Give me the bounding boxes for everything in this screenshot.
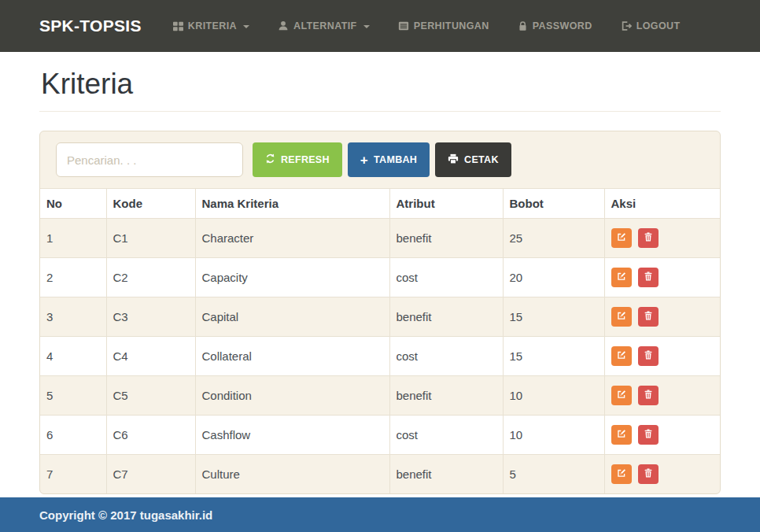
- table-row: 6 C6 Cashflow cost 10: [40, 416, 720, 455]
- edit-icon: [617, 429, 626, 441]
- delete-button[interactable]: [638, 346, 659, 366]
- tambah-button[interactable]: + TAMBAH: [348, 142, 430, 177]
- edit-button[interactable]: [611, 268, 632, 287]
- table-icon: [398, 20, 409, 31]
- cell-aksi: [604, 376, 720, 416]
- cell-bobot: 20: [503, 258, 604, 297]
- column-header-no: No: [40, 189, 106, 219]
- lock-icon: [518, 20, 528, 31]
- toolbar: REFRESH + TAMBAH CETAK: [40, 131, 720, 188]
- edit-icon: [617, 272, 626, 283]
- cell-atribut: benefit: [389, 219, 503, 258]
- edit-button[interactable]: [611, 425, 632, 445]
- nav-item-label: PERHITUNGAN: [414, 20, 489, 31]
- cell-no: 3: [40, 297, 106, 337]
- cell-aksi: [604, 258, 720, 297]
- delete-button[interactable]: [638, 464, 659, 484]
- cell-kode: C6: [106, 416, 195, 455]
- trash-icon: [644, 311, 653, 323]
- table-row: 2 C2 Capacity cost 20: [40, 258, 720, 297]
- edit-button[interactable]: [611, 386, 632, 405]
- page-title: Kriteria: [39, 68, 721, 112]
- cell-nama: Collateral: [195, 337, 389, 376]
- cell-kode: C3: [106, 297, 195, 337]
- cell-kode: C2: [106, 258, 195, 297]
- brand-logo[interactable]: SPK-TOPSIS: [39, 17, 142, 35]
- trash-icon: [644, 468, 653, 480]
- nav-item-label: KRITERIA: [188, 20, 237, 31]
- plus-icon: +: [360, 153, 368, 167]
- edit-button[interactable]: [611, 464, 632, 484]
- cell-kode: C4: [106, 337, 195, 376]
- column-header-atribut: Atribut: [389, 189, 503, 219]
- refresh-icon: [265, 153, 275, 166]
- cetak-button-label: CETAK: [464, 154, 499, 165]
- nav-item-perhitungan[interactable]: PERHITUNGAN: [398, 20, 489, 31]
- refresh-button-label: REFRESH: [281, 154, 330, 165]
- cell-kode: C5: [106, 376, 195, 416]
- refresh-button[interactable]: REFRESH: [253, 142, 342, 177]
- edit-button[interactable]: [611, 228, 632, 248]
- table-row: 3 C3 Capital benefit 15: [40, 297, 720, 337]
- table-row: 4 C4 Collateral cost 15: [40, 337, 720, 376]
- cell-aksi: [604, 337, 720, 376]
- tambah-button-label: TAMBAH: [374, 154, 417, 165]
- nav-item-kriteria[interactable]: KRITERIA: [173, 20, 249, 31]
- cell-no: 1: [40, 219, 106, 258]
- nav-item-label: PASSWORD: [533, 20, 592, 31]
- cell-atribut: benefit: [389, 297, 503, 337]
- trash-icon: [644, 232, 653, 244]
- column-header-bobot: Bobot: [503, 189, 604, 219]
- edit-icon: [617, 350, 626, 362]
- cell-no: 7: [40, 455, 106, 494]
- main-container: Kriteria REFRESH +: [39, 68, 721, 494]
- top-navbar: SPK-TOPSIS KRITERIA ALTERNATIF: [0, 0, 760, 52]
- cell-bobot: 10: [503, 416, 604, 455]
- nav-item-logout[interactable]: LOGOUT: [621, 20, 681, 31]
- trash-icon: [644, 429, 653, 441]
- kriteria-panel: REFRESH + TAMBAH CETAK: [39, 131, 721, 494]
- delete-button[interactable]: [638, 386, 659, 405]
- copyright-text: Copyright © 2017 tugasakhir.id: [39, 508, 212, 522]
- delete-button[interactable]: [638, 307, 659, 327]
- nav-item-alternatif[interactable]: ALTERNATIF: [278, 20, 370, 31]
- cetak-button[interactable]: CETAK: [435, 142, 511, 177]
- edit-icon: [617, 311, 626, 323]
- cell-aksi: [604, 219, 720, 258]
- cell-atribut: benefit: [389, 376, 503, 416]
- cell-aksi: [604, 416, 720, 455]
- delete-button[interactable]: [638, 228, 659, 248]
- chevron-down-icon: [363, 25, 370, 28]
- cell-bobot: 15: [503, 297, 604, 337]
- delete-button[interactable]: [638, 425, 659, 445]
- edit-icon: [617, 468, 626, 480]
- cell-kode: C7: [106, 455, 195, 494]
- logout-icon: [621, 20, 632, 31]
- search-input[interactable]: [56, 142, 243, 177]
- cell-bobot: 5: [503, 455, 604, 494]
- trash-icon: [644, 390, 653, 401]
- trash-icon: [644, 350, 653, 362]
- delete-button[interactable]: [638, 268, 659, 287]
- cell-atribut: cost: [389, 258, 503, 297]
- edit-button[interactable]: [611, 307, 632, 327]
- user-icon: [278, 20, 289, 31]
- cell-nama: Condition: [195, 376, 389, 416]
- kriteria-table: No Kode Nama Kriteria Atribut Bobot Aksi…: [40, 188, 720, 493]
- edit-button[interactable]: [611, 346, 632, 366]
- cell-bobot: 25: [503, 219, 604, 258]
- nav-item-label: ALTERNATIF: [293, 20, 357, 31]
- cell-nama: Capacity: [195, 258, 389, 297]
- cell-nama: Cashflow: [195, 416, 389, 455]
- edit-icon: [617, 390, 626, 401]
- footer: Copyright © 2017 tugasakhir.id: [0, 497, 760, 532]
- edit-icon: [617, 232, 626, 244]
- cell-atribut: cost: [389, 337, 503, 376]
- cell-aksi: [604, 297, 720, 337]
- print-icon: [448, 153, 459, 167]
- nav-item-password[interactable]: PASSWORD: [518, 20, 592, 31]
- cell-atribut: benefit: [389, 455, 503, 494]
- table-row: 1 C1 Character benefit 25: [40, 219, 720, 258]
- grid-icon: [173, 21, 183, 31]
- cell-bobot: 15: [503, 337, 604, 376]
